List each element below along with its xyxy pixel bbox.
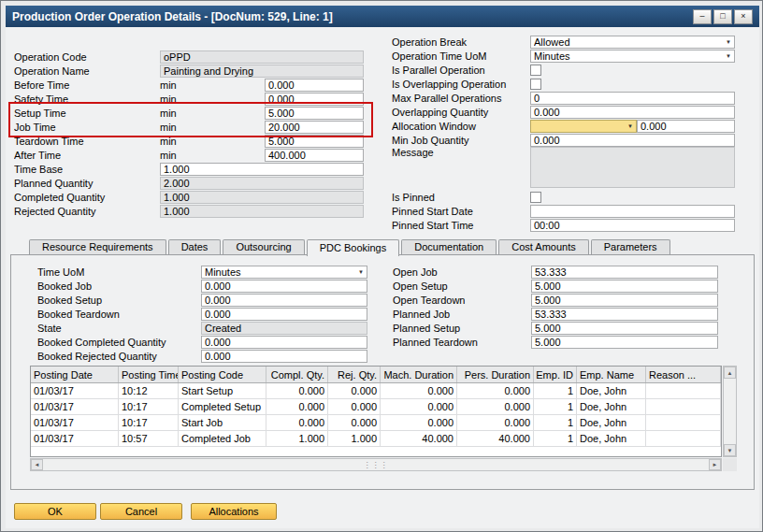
- allocations-button[interactable]: Allocations: [191, 503, 277, 520]
- is-parallel-operation-checkbox[interactable]: [530, 65, 541, 76]
- table-cell[interactable]: 0.000: [266, 415, 328, 431]
- overlapping-quantity-input[interactable]: 0.000: [530, 106, 735, 119]
- table-cell[interactable]: 0.000: [381, 415, 457, 431]
- setup-time-input[interactable]: 5.000: [265, 107, 364, 120]
- planned-job-field[interactable]: 53.333: [531, 308, 718, 321]
- table-cell[interactable]: Start Job: [179, 415, 266, 431]
- time-uom-select[interactable]: Minutes ▼: [201, 266, 367, 279]
- before-time-input[interactable]: 0.000: [265, 79, 364, 92]
- table-cell[interactable]: Completed Setup: [179, 399, 266, 415]
- pinned-start-date-input[interactable]: [530, 205, 735, 218]
- table-cell[interactable]: 0.000: [457, 399, 534, 415]
- table-cell[interactable]: Doe, John: [577, 415, 646, 431]
- column-header-emp-id[interactable]: Emp. ID: [534, 367, 577, 382]
- is-overlapping-operation-checkbox[interactable]: [530, 79, 541, 90]
- table-vertical-scrollbar[interactable]: ▲ ▼: [723, 366, 737, 457]
- table-cell[interactable]: 1.000: [328, 431, 381, 447]
- minimize-button[interactable]: –: [693, 9, 712, 24]
- ok-button[interactable]: OK: [14, 503, 96, 520]
- column-header-rej-qty[interactable]: Rej. Qty.: [328, 367, 381, 382]
- table-cell[interactable]: 10:17: [119, 415, 179, 431]
- safety-time-input[interactable]: 0.000: [265, 93, 364, 106]
- allocation-window-select[interactable]: ▼: [530, 120, 637, 133]
- table-cell[interactable]: 0.000: [266, 399, 328, 415]
- min-job-quantity-input[interactable]: 0.000: [530, 134, 735, 147]
- table-cell[interactable]: Doe, John: [577, 383, 646, 399]
- operation-break-select[interactable]: Allowed ▼: [530, 36, 735, 49]
- tab-documentation[interactable]: Documentation: [401, 239, 497, 254]
- column-header-mach-duration[interactable]: Mach. Duration: [381, 367, 457, 382]
- table-cell[interactable]: [646, 415, 721, 431]
- table-cell[interactable]: [646, 399, 721, 415]
- scroll-right-icon[interactable]: ►: [709, 459, 721, 470]
- operation-time-uom-select[interactable]: Minutes ▼: [530, 50, 735, 63]
- table-cell[interactable]: [646, 431, 721, 447]
- is-pinned-checkbox[interactable]: [530, 192, 541, 203]
- teardown-time-input[interactable]: 5.000: [265, 135, 364, 148]
- tab-outsourcing[interactable]: Outsourcing: [223, 239, 304, 254]
- tab-cost-amounts[interactable]: Cost Amounts: [498, 239, 588, 254]
- table-cell[interactable]: 01/03/17: [31, 399, 119, 415]
- close-button[interactable]: ×: [734, 9, 753, 24]
- table-horizontal-scrollbar[interactable]: ◄ ⋮⋮⋮ ►: [30, 458, 722, 471]
- job-time-input[interactable]: 20.000: [265, 121, 364, 134]
- column-header-emp-name[interactable]: Emp. Name: [577, 367, 646, 382]
- column-header-reason[interactable]: Reason ...: [646, 367, 721, 382]
- column-header-posting-date[interactable]: Posting Date: [31, 367, 119, 382]
- table-cell[interactable]: 0.000: [381, 399, 457, 415]
- open-teardown-field[interactable]: 5.000: [531, 294, 718, 307]
- booked-job-field[interactable]: 0.000: [201, 280, 367, 293]
- open-job-field[interactable]: 53.333: [531, 266, 718, 279]
- booked-teardown-field[interactable]: 0.000: [201, 308, 367, 321]
- table-cell[interactable]: Doe, John: [577, 399, 646, 415]
- table-cell[interactable]: 0.000: [328, 415, 381, 431]
- table-cell[interactable]: Completed Job: [179, 431, 266, 447]
- table-cell[interactable]: 1: [534, 415, 577, 431]
- scroll-down-icon[interactable]: ▼: [724, 444, 736, 456]
- table-cell[interactable]: [646, 383, 721, 399]
- table-cell[interactable]: 1.000: [266, 431, 328, 447]
- scroll-left-icon[interactable]: ◄: [31, 459, 43, 470]
- booked-setup-field[interactable]: 0.000: [201, 294, 367, 307]
- table-cell[interactable]: 01/03/17: [31, 415, 119, 431]
- title-bar[interactable]: Production Order Operation Details - [Do…: [6, 6, 759, 27]
- table-cell[interactable]: 0.000: [328, 383, 381, 399]
- table-cell[interactable]: 01/03/17: [31, 383, 119, 399]
- table-cell[interactable]: 40.000: [381, 431, 457, 447]
- time-base-input[interactable]: 1.000: [160, 163, 364, 176]
- max-parallel-operations-input[interactable]: 0: [530, 92, 735, 105]
- planned-teardown-field[interactable]: 5.000: [531, 336, 718, 349]
- column-header-posting-code[interactable]: Posting Code: [179, 367, 266, 382]
- table-cell[interactable]: 1: [534, 383, 577, 399]
- table-cell[interactable]: Doe, John: [577, 431, 646, 447]
- table-cell[interactable]: 10:17: [119, 399, 179, 415]
- table-cell[interactable]: 10:12: [119, 383, 179, 399]
- table-cell[interactable]: 1: [534, 399, 577, 415]
- column-header-pers-duration[interactable]: Pers. Duration: [457, 367, 534, 382]
- column-header-posting-time[interactable]: Posting Time: [119, 367, 179, 382]
- tab-dates[interactable]: Dates: [168, 239, 222, 254]
- open-setup-field[interactable]: 5.000: [531, 280, 718, 293]
- planned-setup-field[interactable]: 5.000: [531, 322, 718, 335]
- table-cell[interactable]: 0.000: [457, 415, 534, 431]
- table-cell[interactable]: 10:57: [119, 431, 179, 447]
- table-cell[interactable]: 1: [534, 431, 577, 447]
- booked-rejected-quantity-field[interactable]: 0.000: [201, 350, 367, 363]
- scroll-up-icon[interactable]: ▲: [724, 367, 736, 379]
- splitter-grip-icon[interactable]: ⋮⋮⋮: [364, 461, 389, 469]
- tab-pdc-bookings[interactable]: PDC Bookings: [307, 239, 400, 256]
- booked-completed-quantity-field[interactable]: 0.000: [201, 336, 367, 349]
- table-cell[interactable]: 0.000: [381, 383, 457, 399]
- allocation-window-value-input[interactable]: 0.000: [637, 120, 735, 133]
- table-cell[interactable]: 0.000: [457, 383, 534, 399]
- pinned-start-time-input[interactable]: 00:00: [530, 219, 735, 232]
- table-cell[interactable]: 40.000: [457, 431, 534, 447]
- table-cell[interactable]: 01/03/17: [31, 431, 119, 447]
- column-header-compl-qty[interactable]: Compl. Qty.: [266, 367, 328, 382]
- table-cell[interactable]: 0.000: [266, 383, 328, 399]
- restore-button[interactable]: □: [713, 9, 732, 24]
- after-time-input[interactable]: 400.000: [265, 149, 364, 162]
- table-cell[interactable]: Start Setup: [179, 383, 266, 399]
- cancel-button[interactable]: Cancel: [100, 503, 182, 520]
- tab-resource-requirements[interactable]: Resource Requirements: [29, 239, 166, 254]
